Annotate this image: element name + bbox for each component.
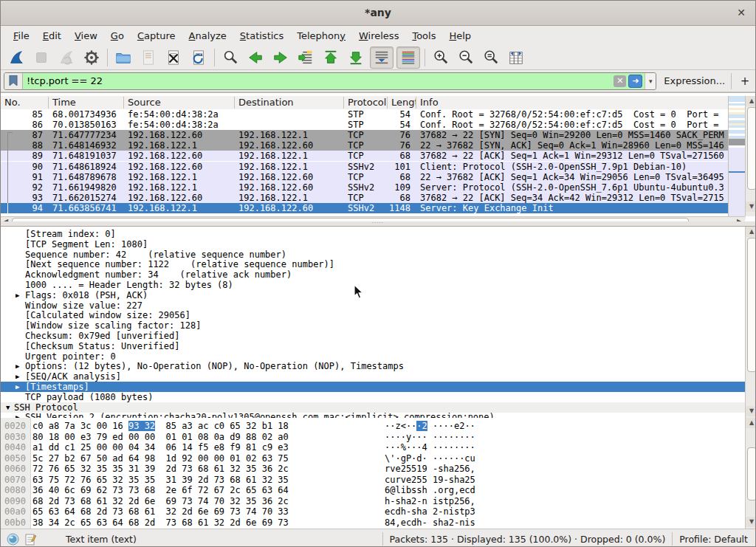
packet-row[interactable]: 9171.648789678192.168.122.1192.168.122.6… [1, 172, 745, 182]
zoom-out-button[interactable] [455, 47, 477, 68]
detail-line[interactable]: Urgent pointer: 0 [1, 351, 745, 362]
hex-ascii[interactable]: 84,ecdh- sha2-nis [385, 517, 475, 528]
packet-row[interactable]: 9371.662015274192.168.122.60192.168.122.… [1, 193, 745, 203]
detail-line[interactable]: [TCP Segment Len: 1080] [1, 239, 745, 250]
filter-clear-button[interactable]: ✕ [614, 75, 626, 87]
packet-row[interactable]: 9271.661949820192.168.122.1192.168.122.6… [1, 182, 745, 193]
menu-statistics[interactable]: Statistics [233, 28, 290, 44]
capture-options-button[interactable] [80, 47, 103, 68]
hex-row[interactable]: 009068 2d 73 68 61 32 2d 6e 69 73 74 70 … [1, 496, 745, 506]
capture-start-button[interactable] [5, 47, 27, 68]
filter-dropdown-caret[interactable]: ▾ [645, 73, 656, 89]
expand-icon[interactable]: ▶ [16, 290, 19, 300]
go-to-packet-button[interactable] [295, 47, 317, 68]
scroll-up-icon[interactable]: ▲ [746, 96, 756, 106]
hex-row[interactable]: 0040a1 dd c1 25 00 00 04 34 06 14 f5 e8 … [1, 442, 745, 453]
hex-row[interactable]: 00b038 34 2c 65 63 64 68 2d 73 68 61 32 … [1, 517, 745, 528]
menu-capture[interactable]: Capture [131, 28, 182, 44]
detail-line[interactable]: ▶Flags: 0x018 (PSH, ACK) [1, 290, 745, 300]
menu-edit[interactable]: Edit [36, 28, 68, 44]
details-vscrollbar[interactable]: ▲ ▼ [745, 227, 755, 418]
expand-icon[interactable]: ▶ [16, 371, 19, 382]
go-last-button[interactable] [345, 47, 367, 68]
expression-button[interactable]: Expression... [664, 75, 725, 86]
vscroll-thumb[interactable] [747, 107, 756, 190]
detail-line[interactable]: [Calculated window size: 29056] [1, 310, 745, 320]
hex-ascii[interactable]: \'·gP·d· ······cu [385, 453, 475, 464]
column-separator[interactable] [48, 97, 49, 109]
go-forward-button[interactable] [269, 47, 292, 68]
expand-icon[interactable]: ▶ [16, 382, 19, 392]
packet-row[interactable]: 8971.648191037192.168.122.60192.168.122.… [1, 151, 745, 161]
scroll-down-icon[interactable]: ▼ [746, 517, 755, 527]
hex-ascii[interactable]: curve255 19-sha25 [385, 475, 475, 485]
expand-icon[interactable]: ▶ [16, 361, 19, 371]
packet-row[interactable]: 9471.663856741192.168.122.1192.168.122.6… [1, 203, 745, 213]
packet-list-header[interactable]: No.TimeSourceDestinationProtocolLengthIn… [1, 96, 745, 110]
hex-ascii[interactable]: ···%···4 ········ [385, 442, 475, 453]
go-first-button[interactable] [320, 47, 342, 68]
packet-list-vscrollbar[interactable]: ▲ ▼ [745, 96, 756, 216]
profile-status[interactable]: Profile: Default [679, 534, 748, 545]
detail-line[interactable]: Window size value: 227 [1, 300, 745, 311]
hex-bytes[interactable]: 68 2d 73 68 61 32 2d 6e 69 73 74 70 32 3… [32, 496, 289, 506]
detail-line[interactable]: [Next sequence number: 1122 (relative se… [1, 259, 745, 269]
scroll-up-icon[interactable]: ▲ [746, 227, 755, 237]
reload-button[interactable] [188, 47, 210, 68]
display-filter-field[interactable]: !tcp.port == 22 ✕ ➜ ▾ [4, 72, 656, 90]
menu-wireless[interactable]: Wireless [352, 28, 405, 44]
packet-row[interactable]: 8771.647777234192.168.122.60192.168.122.… [1, 130, 745, 140]
detail-line[interactable]: TCP payload (1080 bytes) [1, 392, 745, 402]
filter-bookmark-button[interactable] [4, 73, 23, 89]
menu-go[interactable]: Go [104, 28, 131, 44]
hex-row[interactable]: 003080 18 00 e3 79 ed 00 00 01 01 08 0a … [1, 432, 745, 442]
column-header-time[interactable]: Time [49, 96, 124, 109]
hex-bytes[interactable]: 72 76 65 32 35 35 31 39 2d 73 68 61 32 3… [32, 464, 289, 474]
resize-columns-button[interactable] [505, 47, 527, 68]
colorize-toggle[interactable] [396, 47, 420, 69]
column-header-length[interactable]: Length [388, 96, 416, 109]
file-open-button[interactable] [112, 47, 134, 68]
detail-line[interactable]: ▶Options: (12 bytes), No-Operation (NOP)… [1, 361, 745, 371]
titlebar[interactable]: *any ✕ [1, 1, 755, 26]
capture-restart-button[interactable] [55, 47, 78, 68]
scroll-up-icon[interactable]: ▲ [746, 418, 755, 428]
hex-row[interactable]: 008036 40 6c 69 62 73 73 68 2e 6f 72 67 … [1, 485, 745, 495]
hex-bytes[interactable]: 80 18 00 e3 79 ed 00 00 01 01 08 0a d9 8… [32, 432, 289, 442]
detail-line[interactable]: Acknowledgment number: 34 (relative ack … [1, 269, 745, 280]
column-header-destination[interactable]: Destination [235, 96, 344, 109]
column-header-source[interactable]: Source [124, 96, 235, 109]
menu-view[interactable]: View [68, 28, 104, 44]
zoom-reset-button[interactable] [480, 47, 502, 68]
hex-row[interactable]: 007063 75 72 76 65 32 35 35 31 39 2d 73 … [1, 475, 745, 485]
column-separator[interactable] [234, 97, 235, 109]
filter-input[interactable]: !tcp.port == 22 [23, 75, 614, 86]
find-packet-button[interactable] [219, 47, 241, 68]
menu-help[interactable]: Help [442, 28, 478, 44]
packet-row[interactable]: 8670.013850163fe:54:00:d4:38:2aSTP54Conf… [1, 120, 745, 130]
hex-row[interactable]: 00a065 63 64 68 2d 73 68 61 32 2d 6e 69 … [1, 506, 745, 517]
vscroll-thumb[interactable] [747, 447, 755, 500]
detail-line[interactable]: 1000 .... = Header Length: 32 bytes (8) [1, 280, 745, 290]
hex-ascii[interactable]: rve25519 -sha256, [385, 464, 475, 474]
hex-selected-bytes[interactable]: 93 32 [128, 421, 155, 431]
hex-ascii[interactable]: h-sha2-n istp256, [385, 496, 475, 506]
packet-row[interactable]: 8568.001734936fe:54:00:d4:38:2aSTP54Conf… [1, 109, 745, 120]
column-separator[interactable] [416, 97, 416, 109]
detail-line[interactable]: Checksum: 0x79ed [unverified] [1, 331, 745, 341]
menu-telephony[interactable]: Telephony [290, 28, 352, 44]
scroll-down-icon[interactable]: ▼ [746, 202, 756, 212]
detail-line[interactable]: ▶[Timestamps] [1, 382, 745, 392]
column-separator[interactable] [123, 97, 124, 109]
file-close-button[interactable] [162, 47, 185, 68]
file-save-button[interactable] [137, 47, 159, 68]
menu-file[interactable]: File [7, 28, 36, 44]
hex-bytes[interactable]: 38 34 2c 65 63 64 68 2d 73 68 61 32 2d 6… [32, 517, 289, 528]
menu-tools[interactable]: Tools [405, 28, 442, 44]
auto-scroll-toggle[interactable] [370, 47, 394, 69]
filter-apply-button[interactable]: ➜ [628, 75, 642, 88]
detail-line[interactable]: Sequence number: 42 (relative sequence n… [1, 250, 745, 260]
hex-vscrollbar[interactable]: ▲ ▼ [745, 418, 755, 529]
detail-line[interactable]: ▼SSH Protocol [1, 402, 745, 413]
detail-line[interactable]: [Checksum Status: Unverified] [1, 341, 745, 351]
